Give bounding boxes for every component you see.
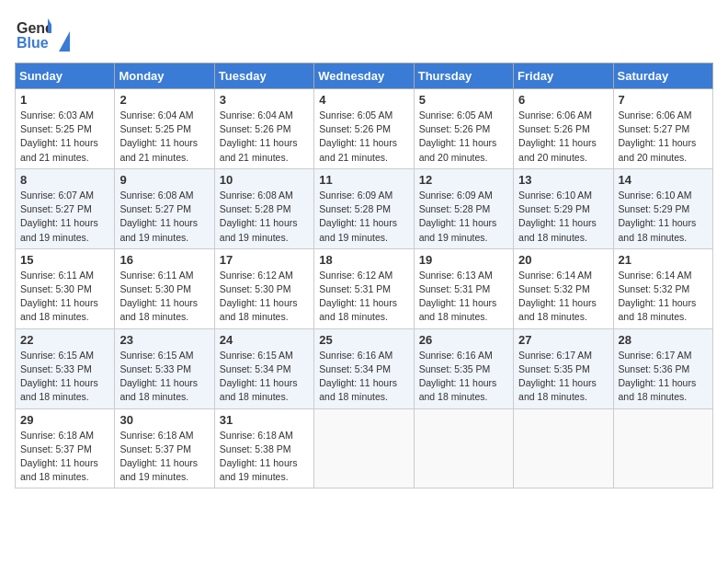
day-number: 13 [518, 173, 608, 187]
column-header-tuesday: Tuesday [214, 63, 313, 89]
day-info: Sunrise: 6:05 AM Sunset: 5:26 PM Dayligh… [419, 109, 508, 165]
logo-triangle [59, 31, 70, 52]
day-info: Sunrise: 6:04 AM Sunset: 5:26 PM Dayligh… [220, 109, 309, 165]
column-header-friday: Friday [514, 63, 613, 89]
table-row: 28Sunrise: 6:17 AM Sunset: 5:36 PM Dayli… [613, 328, 712, 408]
svg-text:General: General [17, 20, 51, 36]
table-row [613, 408, 712, 488]
day-number: 15 [20, 253, 109, 267]
table-row: 19Sunrise: 6:13 AM Sunset: 5:31 PM Dayli… [414, 248, 513, 328]
day-info: Sunrise: 6:18 AM Sunset: 5:37 PM Dayligh… [119, 429, 209, 485]
table-row: 20Sunrise: 6:14 AM Sunset: 5:32 PM Dayli… [514, 248, 613, 328]
day-info: Sunrise: 6:06 AM Sunset: 5:26 PM Dayligh… [518, 109, 608, 165]
day-info: Sunrise: 6:15 AM Sunset: 5:34 PM Dayligh… [220, 349, 309, 405]
day-info: Sunrise: 6:14 AM Sunset: 5:32 PM Dayligh… [518, 269, 608, 325]
table-row: 9Sunrise: 6:08 AM Sunset: 5:27 PM Daylig… [115, 168, 214, 248]
day-info: Sunrise: 6:11 AM Sunset: 5:30 PM Dayligh… [119, 269, 209, 325]
day-info: Sunrise: 6:13 AM Sunset: 5:31 PM Dayligh… [419, 269, 508, 325]
day-info: Sunrise: 6:16 AM Sunset: 5:34 PM Dayligh… [319, 349, 408, 405]
day-info: Sunrise: 6:07 AM Sunset: 5:27 PM Dayligh… [20, 189, 109, 245]
day-number: 12 [419, 173, 508, 187]
day-number: 11 [319, 173, 408, 187]
table-row: 23Sunrise: 6:15 AM Sunset: 5:33 PM Dayli… [115, 328, 214, 408]
table-row: 13Sunrise: 6:10 AM Sunset: 5:29 PM Dayli… [514, 168, 613, 248]
table-row: 5Sunrise: 6:05 AM Sunset: 5:26 PM Daylig… [414, 89, 513, 169]
day-number: 23 [119, 333, 209, 347]
day-number: 4 [319, 93, 408, 107]
day-info: Sunrise: 6:11 AM Sunset: 5:30 PM Dayligh… [20, 269, 109, 325]
day-info: Sunrise: 6:15 AM Sunset: 5:33 PM Dayligh… [119, 349, 209, 405]
day-number: 6 [518, 93, 608, 107]
day-number: 9 [119, 173, 209, 187]
table-row: 18Sunrise: 6:12 AM Sunset: 5:31 PM Dayli… [314, 248, 414, 328]
table-row: 10Sunrise: 6:08 AM Sunset: 5:28 PM Dayli… [214, 168, 313, 248]
day-number: 3 [220, 93, 309, 107]
day-info: Sunrise: 6:03 AM Sunset: 5:25 PM Dayligh… [20, 109, 109, 165]
day-info: Sunrise: 6:08 AM Sunset: 5:27 PM Dayligh… [119, 189, 209, 245]
day-number: 29 [20, 413, 109, 427]
table-row: 26Sunrise: 6:16 AM Sunset: 5:35 PM Dayli… [414, 328, 513, 408]
day-info: Sunrise: 6:16 AM Sunset: 5:35 PM Dayligh… [419, 349, 508, 405]
table-row [514, 408, 613, 488]
page-header: General Blue [15, 15, 713, 52]
table-row: 21Sunrise: 6:14 AM Sunset: 5:32 PM Dayli… [613, 248, 712, 328]
calendar-table: SundayMondayTuesdayWednesdayThursdayFrid… [15, 63, 713, 488]
day-number: 26 [419, 333, 508, 347]
day-number: 28 [619, 333, 708, 347]
column-header-wednesday: Wednesday [314, 63, 414, 89]
svg-text:Blue: Blue [17, 35, 49, 51]
day-number: 14 [619, 173, 708, 187]
table-row: 8Sunrise: 6:07 AM Sunset: 5:27 PM Daylig… [16, 168, 115, 248]
day-number: 21 [619, 253, 708, 267]
table-row: 24Sunrise: 6:15 AM Sunset: 5:34 PM Dayli… [214, 328, 313, 408]
day-info: Sunrise: 6:18 AM Sunset: 5:37 PM Dayligh… [20, 429, 109, 485]
calendar-week-2: 8Sunrise: 6:07 AM Sunset: 5:27 PM Daylig… [16, 168, 713, 248]
day-number: 16 [119, 253, 209, 267]
column-header-monday: Monday [115, 63, 214, 89]
table-row: 6Sunrise: 6:06 AM Sunset: 5:26 PM Daylig… [514, 89, 613, 169]
day-info: Sunrise: 6:18 AM Sunset: 5:38 PM Dayligh… [220, 429, 309, 485]
calendar-week-5: 29Sunrise: 6:18 AM Sunset: 5:37 PM Dayli… [16, 408, 713, 488]
day-number: 31 [220, 413, 309, 427]
day-number: 30 [119, 413, 209, 427]
day-info: Sunrise: 6:08 AM Sunset: 5:28 PM Dayligh… [220, 189, 309, 245]
calendar-week-3: 15Sunrise: 6:11 AM Sunset: 5:30 PM Dayli… [16, 248, 713, 328]
table-row: 29Sunrise: 6:18 AM Sunset: 5:37 PM Dayli… [16, 408, 115, 488]
table-row: 31Sunrise: 6:18 AM Sunset: 5:38 PM Dayli… [214, 408, 313, 488]
column-header-thursday: Thursday [414, 63, 513, 89]
calendar-week-4: 22Sunrise: 6:15 AM Sunset: 5:33 PM Dayli… [16, 328, 713, 408]
day-info: Sunrise: 6:04 AM Sunset: 5:25 PM Dayligh… [119, 109, 209, 165]
day-info: Sunrise: 6:12 AM Sunset: 5:31 PM Dayligh… [319, 269, 408, 325]
table-row: 11Sunrise: 6:09 AM Sunset: 5:28 PM Dayli… [314, 168, 414, 248]
day-info: Sunrise: 6:17 AM Sunset: 5:35 PM Dayligh… [518, 349, 608, 405]
day-number: 25 [319, 333, 408, 347]
table-row: 22Sunrise: 6:15 AM Sunset: 5:33 PM Dayli… [16, 328, 115, 408]
table-row [314, 408, 414, 488]
day-number: 10 [220, 173, 309, 187]
table-row [414, 408, 513, 488]
day-info: Sunrise: 6:06 AM Sunset: 5:27 PM Dayligh… [619, 109, 708, 165]
day-number: 24 [220, 333, 309, 347]
table-row: 14Sunrise: 6:10 AM Sunset: 5:29 PM Dayli… [613, 168, 712, 248]
calendar-week-1: 1Sunrise: 6:03 AM Sunset: 5:25 PM Daylig… [16, 89, 713, 169]
table-row: 12Sunrise: 6:09 AM Sunset: 5:28 PM Dayli… [414, 168, 513, 248]
day-number: 8 [20, 173, 109, 187]
day-info: Sunrise: 6:09 AM Sunset: 5:28 PM Dayligh… [319, 189, 408, 245]
table-row: 2Sunrise: 6:04 AM Sunset: 5:25 PM Daylig… [115, 89, 214, 169]
day-number: 7 [619, 93, 708, 107]
day-number: 22 [20, 333, 109, 347]
column-header-saturday: Saturday [613, 63, 712, 89]
day-info: Sunrise: 6:15 AM Sunset: 5:33 PM Dayligh… [20, 349, 109, 405]
column-header-sunday: Sunday [16, 63, 115, 89]
day-number: 19 [419, 253, 508, 267]
table-row: 1Sunrise: 6:03 AM Sunset: 5:25 PM Daylig… [16, 89, 115, 169]
table-row: 30Sunrise: 6:18 AM Sunset: 5:37 PM Dayli… [115, 408, 214, 488]
table-row: 27Sunrise: 6:17 AM Sunset: 5:35 PM Dayli… [514, 328, 613, 408]
day-info: Sunrise: 6:10 AM Sunset: 5:29 PM Dayligh… [619, 189, 708, 245]
day-number: 18 [319, 253, 408, 267]
table-row: 3Sunrise: 6:04 AM Sunset: 5:26 PM Daylig… [214, 89, 313, 169]
logo: General Blue [15, 15, 70, 52]
day-number: 1 [20, 93, 109, 107]
day-number: 17 [220, 253, 309, 267]
day-info: Sunrise: 6:10 AM Sunset: 5:29 PM Dayligh… [518, 189, 608, 245]
